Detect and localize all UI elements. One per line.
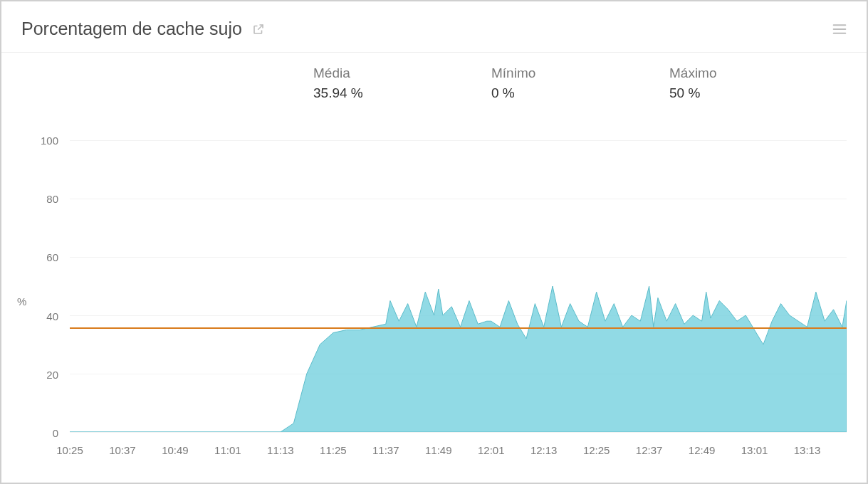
x-tick: 11:49 [425, 444, 452, 456]
x-axis: 10:2510:3710:4911:0111:1311:2511:3711:49… [70, 437, 847, 461]
average-line [70, 327, 847, 329]
x-tick: 11:01 [214, 444, 241, 456]
stat-min-label: Mínimo [491, 65, 669, 81]
panel-header: Porcentagem de cache sujo [1, 1, 867, 53]
y-tick: 0 [53, 427, 58, 439]
popout-icon[interactable] [252, 23, 265, 36]
x-tick: 13:01 [741, 444, 768, 456]
stat-min-value: 0 % [491, 85, 669, 101]
title-wrap: Porcentagem de cache sujo [21, 19, 265, 39]
x-tick: 12:49 [689, 444, 716, 456]
y-tick: 40 [46, 310, 58, 322]
x-tick: 10:25 [56, 444, 83, 456]
x-tick: 12:25 [583, 444, 610, 456]
y-tick: 100 [41, 135, 58, 147]
x-tick: 12:01 [478, 444, 505, 456]
y-axis: 020406080100 [21, 140, 64, 433]
y-tick: 20 [46, 368, 58, 380]
menu-icon[interactable] [832, 23, 847, 35]
x-tick: 10:37 [109, 444, 136, 456]
x-tick: 11:13 [267, 444, 294, 456]
x-tick: 11:37 [372, 444, 399, 456]
x-tick: 12:13 [530, 444, 558, 456]
chart-container: % 020406080100 10:2510:3710:4911:0111:13… [21, 140, 847, 461]
x-tick: 12:37 [636, 444, 663, 456]
stat-avg-label: Média [313, 65, 491, 81]
stat-avg-value: 35.94 % [313, 85, 491, 101]
plot-area [70, 140, 847, 433]
x-tick: 11:25 [320, 444, 347, 456]
stat-maximum: Máximo 50 % [669, 65, 847, 101]
stat-max-label: Máximo [669, 65, 847, 81]
x-tick: 10:49 [162, 444, 189, 456]
stats-row: Média 35.94 % Mínimo 0 % Máximo 50 % [1, 53, 867, 108]
stat-average: Média 35.94 % [313, 65, 491, 101]
stat-max-value: 50 % [669, 85, 847, 101]
chart-panel: Porcentagem de cache sujo Média 35.94 % … [0, 0, 868, 484]
y-tick: 60 [46, 251, 58, 263]
y-tick: 80 [46, 193, 58, 205]
area-chart [70, 140, 847, 432]
stat-minimum: Mínimo 0 % [491, 65, 669, 101]
x-tick: 13:13 [794, 444, 821, 456]
panel-title: Porcentagem de cache sujo [21, 19, 242, 39]
